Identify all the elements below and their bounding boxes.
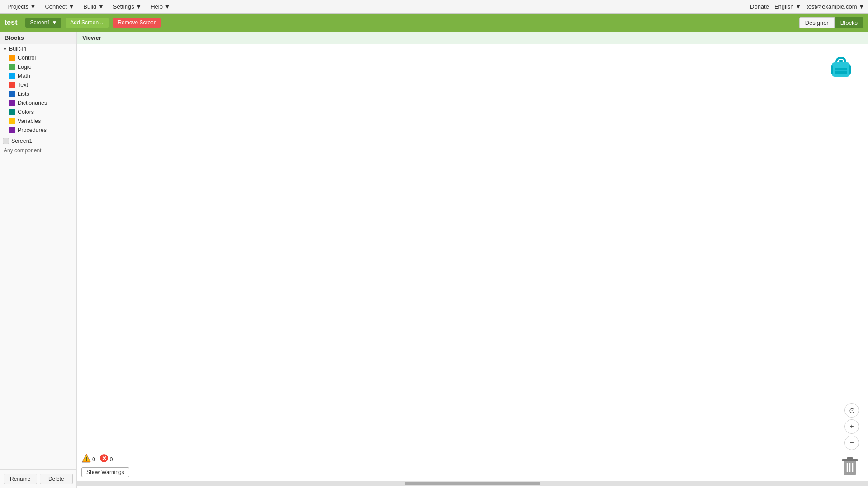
recenter-button[interactable]: ⊙	[844, 403, 859, 418]
svg-rect-3	[839, 60, 843, 62]
sidebar-item-colors[interactable]: Colors	[0, 108, 76, 117]
zoom-in-button[interactable]: +	[844, 419, 859, 434]
colors-label: Colors	[18, 109, 34, 115]
sidebar-item-lists[interactable]: Lists	[0, 89, 76, 99]
menu-right: Donate English ▼ test@example.com ▼	[750, 3, 864, 10]
sidebar: Blocks ▼ Built-in Control Logic Math Tex…	[0, 32, 77, 488]
sidebar-item-screen1[interactable]: Screen1	[0, 136, 76, 145]
blocks-button[interactable]: Blocks	[835, 17, 863, 28]
sidebar-item-text[interactable]: Text	[0, 80, 76, 89]
screen1-label: Screen1	[11, 138, 33, 144]
dictionaries-label: Dictionaries	[18, 100, 47, 106]
warning-count: 0	[92, 456, 95, 463]
viewer-content: ⊙ + −	[77, 44, 868, 486]
sidebar-item-dictionaries[interactable]: Dictionaries	[0, 99, 76, 108]
sidebar-item-control[interactable]: Control	[0, 53, 76, 62]
procedures-label: Procedures	[18, 127, 47, 133]
viewer-controls: ⊙ + −	[844, 403, 859, 450]
horizontal-scrollbar[interactable]	[77, 481, 868, 486]
connect-menu[interactable]: Connect ▼	[41, 1, 78, 12]
menu-bar: Projects ▼ Connect ▼ Build ▼ Settings ▼ …	[0, 0, 868, 14]
projects-menu[interactable]: Projects ▼	[4, 1, 39, 12]
add-screen-button[interactable]: Add Screen ...	[65, 17, 109, 28]
procedures-icon	[9, 127, 15, 133]
warning-triangle-icon: !	[81, 453, 91, 465]
build-menu[interactable]: Build ▼	[80, 1, 107, 12]
built-in-group[interactable]: ▼ Built-in	[0, 44, 76, 53]
trash-button[interactable]	[841, 455, 859, 477]
rename-button[interactable]: Rename	[4, 474, 37, 484]
built-in-label: Built-in	[9, 46, 26, 52]
settings-menu[interactable]: Settings ▼	[109, 1, 145, 12]
warning-icons: ! 0 ✕ 0	[81, 453, 113, 465]
svg-text:✕: ✕	[101, 455, 106, 462]
any-component-label: Any component	[0, 145, 76, 155]
view-toggle: Designer Blocks	[799, 17, 863, 28]
sidebar-item-procedures[interactable]: Procedures	[0, 126, 76, 135]
lists-icon	[9, 91, 15, 97]
viewer-area: Viewer	[77, 32, 868, 488]
error-count: 0	[110, 456, 113, 463]
colors-icon	[9, 109, 15, 115]
language-menu[interactable]: English ▼	[774, 3, 801, 10]
collapse-icon: ▼	[2, 46, 8, 52]
sidebar-item-logic[interactable]: Logic	[0, 62, 76, 71]
sidebar-item-variables[interactable]: Variables	[0, 117, 76, 126]
text-icon	[9, 82, 15, 88]
sidebar-item-math[interactable]: Math	[0, 71, 76, 80]
control-label: Control	[18, 55, 36, 61]
help-menu[interactable]: Help ▼	[147, 1, 174, 12]
zoom-out-button[interactable]: −	[844, 436, 859, 450]
show-warnings-button[interactable]: Show Warnings	[81, 467, 129, 477]
app-title: test	[5, 19, 17, 27]
logic-icon	[9, 64, 15, 70]
viewer-header: Viewer	[77, 32, 868, 44]
svg-rect-5	[849, 65, 851, 74]
svg-rect-4	[831, 65, 833, 74]
text-label: Text	[18, 82, 28, 88]
warning-bar: ! 0 ✕ 0	[81, 453, 129, 477]
sidebar-header: Blocks	[0, 32, 76, 44]
screen1-icon	[3, 138, 9, 144]
screen-selector[interactable]: Screen1 ▼	[25, 18, 61, 28]
error-item: ✕ 0	[99, 453, 113, 465]
designer-button[interactable]: Designer	[799, 17, 835, 28]
control-icon	[9, 55, 15, 61]
warning-item: ! 0	[81, 453, 95, 465]
sidebar-footer: Rename Delete	[0, 469, 76, 488]
delete-button[interactable]: Delete	[40, 474, 73, 484]
error-circle-icon: ✕	[99, 453, 109, 465]
main-layout: Blocks ▼ Built-in Control Logic Math Tex…	[0, 32, 868, 488]
svg-text:!: !	[85, 456, 87, 462]
remove-screen-button[interactable]: Remove Screen	[113, 18, 161, 28]
backpack-icon	[827, 53, 854, 80]
donate-link[interactable]: Donate	[750, 3, 769, 10]
dictionaries-icon	[9, 100, 15, 106]
svg-rect-1	[835, 68, 847, 74]
account-menu[interactable]: test@example.com ▼	[807, 3, 864, 10]
lists-label: Lists	[18, 91, 29, 97]
title-bar: test Screen1 ▼ Add Screen ... Remove Scr…	[0, 14, 868, 32]
math-label: Math	[18, 73, 30, 79]
scrollbar-thumb[interactable]	[405, 482, 540, 485]
svg-rect-8	[847, 457, 853, 460]
math-icon	[9, 73, 15, 79]
variables-icon	[9, 118, 15, 124]
logic-label: Logic	[18, 64, 31, 70]
variables-label: Variables	[18, 118, 41, 124]
